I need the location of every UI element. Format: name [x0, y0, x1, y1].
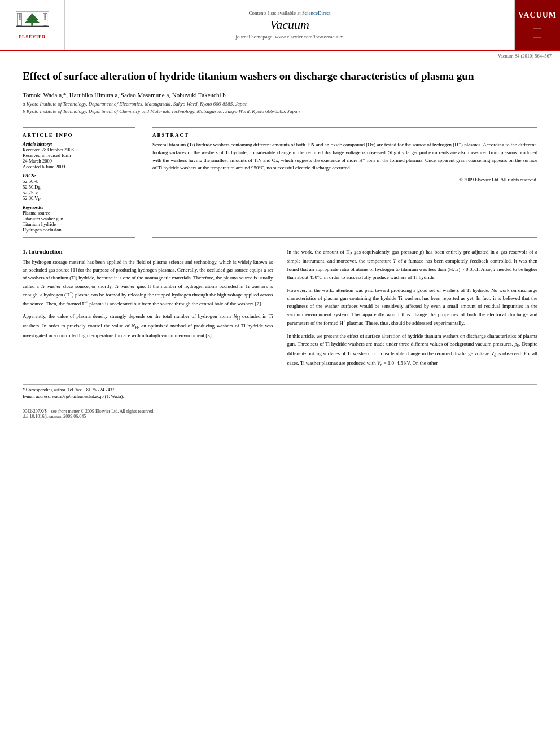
title-section: Effect of surface alteration of hydride … — [0, 59, 560, 121]
journal-homepage: journal homepage: www.elsevier.com/locat… — [236, 34, 344, 40]
svg-rect-7 — [19, 18, 21, 20]
copyright-text: © 2009 Elsevier Ltd. All rights reserved… — [152, 177, 537, 182]
received-date: Received 28 October 2008 — [23, 147, 135, 152]
keywords-block: Keywords: Plasma source Titanium washer … — [23, 204, 135, 233]
vacuum-badge-text: VACUUM — [518, 11, 557, 20]
svg-rect-5 — [19, 13, 21, 15]
svg-rect-9 — [44, 13, 46, 15]
footnote-block: * Corresponding author. Tel./fax: +81 75… — [0, 387, 560, 400]
pacs-block: PACS: 52.50.-b 52.50.Dg 52.75.-d 52.80.V… — [23, 173, 135, 201]
badge-lines: ———————— — [533, 21, 541, 40]
journal-name: Vacuum — [270, 18, 309, 32]
kw-4: Hydrogen occlusion — [23, 227, 135, 233]
journal-title-area: Contents lists available at ScienceDirec… — [65, 0, 515, 50]
publisher-logo-area: ELSEVIER — [0, 0, 65, 50]
pacs-3: 52.75.-d — [23, 190, 135, 195]
footnote-star: * Corresponding author. Tel./fax: +81 75… — [23, 387, 537, 394]
authors-line: Tomoki Wada a,*, Haruhiko Himura a, Sada… — [23, 91, 537, 98]
footer-text: 0042-207X/$ – see front matter © 2009 El… — [0, 408, 560, 420]
right-para1: In the work, the amount of H2 gas (equiv… — [287, 248, 538, 282]
right-para2: However, in the work, attention was paid… — [287, 286, 538, 327]
affiliation-a: a Kyoto Institute of Technology, Departm… — [23, 101, 537, 108]
sciencedirect-line: Contents lists available at ScienceDirec… — [249, 10, 331, 16]
sciencedirect-link[interactable]: ScienceDirect — [302, 10, 330, 16]
history-label: Article history: — [23, 141, 135, 147]
footnote-email: E-mail address: wada07@nuclear.es.kit.ac… — [23, 394, 537, 400]
elsevier-label: ELSEVIER — [19, 34, 46, 40]
pacs-4: 52.80.Vp — [23, 195, 135, 201]
right-para3: In this article, we present the effect o… — [287, 332, 538, 369]
body-right-col: In the work, the amount of H2 gas (equiv… — [287, 248, 538, 373]
journal-header: ELSEVIER Contents lists available at Sci… — [0, 0, 560, 51]
body-left-col: 1. Introduction The hydrogen storage mat… — [23, 248, 273, 373]
affiliations: a Kyoto Institute of Technology, Departm… — [23, 101, 537, 116]
article-info-label: ARTICLE INFO — [23, 132, 135, 138]
body-two-col: 1. Introduction The hydrogen storage mat… — [23, 248, 537, 373]
body-content: 1. Introduction The hydrogen storage mat… — [0, 238, 560, 379]
pacs-label: PACS: — [23, 173, 135, 178]
kw-3: Titanium hydride — [23, 221, 135, 227]
revised-date: 24 March 2009 — [23, 158, 135, 164]
pacs-1: 52.50.-b — [23, 178, 135, 184]
pacs-2: 52.50.Dg — [23, 184, 135, 190]
article-info-column: ARTICLE INFO Article history: Received 2… — [23, 127, 135, 238]
footer-divider — [23, 405, 537, 405]
info-abstract-section: ARTICLE INFO Article history: Received 2… — [0, 121, 560, 238]
affiliation-b: b Kyoto Institute of Technology, Departm… — [23, 108, 537, 116]
intro-heading: 1. Introduction — [23, 248, 273, 255]
abstract-text: Several titanium (Ti) hydride washers co… — [152, 141, 537, 173]
accepted-date: Accepted 6 June 2009 — [23, 164, 135, 169]
kw-1: Plasma source — [23, 210, 135, 216]
footer-license: 0042-207X/$ – see front matter © 2009 El… — [23, 409, 537, 414]
abstract-label: ABSTRACT — [152, 132, 537, 138]
footnote-divider — [23, 384, 537, 385]
journal-badge: VACUUM ———————— — [515, 0, 560, 50]
svg-rect-11 — [44, 18, 46, 20]
intro-para2: Apparently, the value of plasma density … — [23, 312, 273, 339]
footer-doi: doi:10.1016/j.vacuum.2009.06.045 — [23, 414, 537, 419]
keywords-label: Keywords: — [23, 204, 135, 210]
article-title: Effect of surface alteration of hydride … — [23, 69, 537, 84]
page: ELSEVIER Contents lists available at Sci… — [0, 0, 560, 747]
article-history-block: Article history: Received 28 October 200… — [23, 141, 135, 169]
intro-para1: The hydrogen storage material has been a… — [23, 258, 273, 308]
svg-rect-6 — [19, 16, 21, 18]
svg-rect-12 — [16, 25, 49, 27]
elsevier-logo-svg — [11, 11, 54, 33]
revised-label: Received in revised form — [23, 152, 135, 158]
kw-2: Titanium washer gun — [23, 216, 135, 221]
volume-info: Vacuum 84 (2010) 564–567 — [0, 51, 560, 59]
abstract-column: ABSTRACT Several titanium (Ti) hydride w… — [152, 127, 537, 238]
svg-rect-10 — [44, 16, 46, 18]
